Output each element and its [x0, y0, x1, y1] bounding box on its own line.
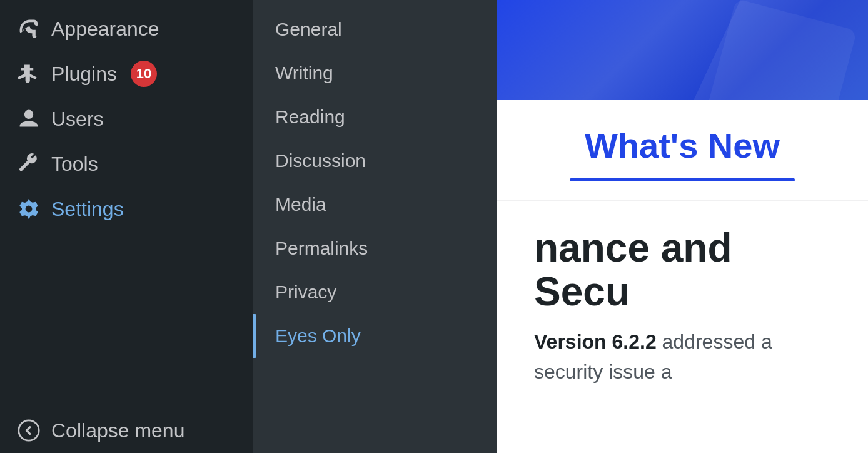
sidebar-item-plugins-label: Plugins — [51, 62, 117, 86]
submenu-general-label: General — [275, 19, 342, 39]
svg-point-0 — [19, 420, 39, 440]
paint-brush-icon — [15, 15, 43, 43]
sidebar: Appearance Plugins 10 Users Tools — [0, 0, 253, 453]
sidebar-item-collapse[interactable]: Collapse menu — [0, 408, 253, 453]
whats-new-title: What's New — [585, 125, 780, 166]
sidebar-item-users-label: Users — [51, 107, 104, 131]
submenu-item-general[interactable]: General — [253, 8, 497, 51]
user-icon — [15, 105, 43, 133]
sidebar-item-appearance[interactable]: Appearance — [0, 6, 253, 51]
submenu-item-discussion[interactable]: Discussion — [253, 139, 497, 183]
submenu-item-media[interactable]: Media — [253, 183, 497, 227]
submenu-item-eyes-only[interactable]: Eyes Only — [253, 314, 497, 358]
sidebar-item-settings-label: Settings — [51, 197, 124, 221]
submenu-eyes-only-label: Eyes Only — [275, 325, 361, 346]
plugin-icon — [15, 60, 43, 88]
security-section: nance and Secu Version 6.2.2 addressed a… — [497, 201, 868, 412]
whats-new-section: What's New — [497, 100, 868, 201]
sidebar-item-users[interactable]: Users — [0, 96, 253, 141]
main-header-banner — [497, 0, 868, 100]
settings-submenu: General Writing Reading Discussion Media… — [253, 0, 497, 453]
sidebar-item-settings[interactable]: Settings — [0, 186, 253, 232]
submenu-item-reading[interactable]: Reading — [253, 95, 497, 139]
plugins-badge: 10 — [131, 61, 157, 87]
sidebar-item-appearance-label: Appearance — [51, 17, 159, 41]
settings-icon — [15, 195, 43, 223]
sidebar-item-collapse-label: Collapse menu — [51, 419, 184, 442]
submenu-item-writing[interactable]: Writing — [253, 51, 497, 95]
submenu-item-privacy[interactable]: Privacy — [253, 270, 497, 314]
submenu-discussion-label: Discussion — [275, 150, 366, 171]
whats-new-underline — [570, 178, 795, 181]
submenu-reading-label: Reading — [275, 106, 345, 127]
security-description: Version 6.2.2 addressed a security issue… — [534, 327, 830, 387]
sidebar-item-tools[interactable]: Tools — [0, 141, 253, 186]
security-version: Version 6.2.2 — [534, 330, 657, 353]
submenu-permalinks-label: Permalinks — [275, 238, 368, 258]
main-content: What's New nance and Secu Version 6.2.2 … — [497, 0, 868, 453]
sidebar-item-tools-label: Tools — [51, 152, 98, 176]
submenu-item-permalinks[interactable]: Permalinks — [253, 227, 497, 270]
sidebar-item-plugins[interactable]: Plugins 10 — [0, 51, 253, 96]
submenu-media-label: Media — [275, 194, 326, 215]
submenu-privacy-label: Privacy — [275, 282, 336, 302]
wrench-icon — [15, 150, 43, 178]
security-title: nance and Secu — [534, 226, 830, 314]
submenu-writing-label: Writing — [275, 63, 333, 83]
chevron-left-icon — [15, 417, 43, 444]
